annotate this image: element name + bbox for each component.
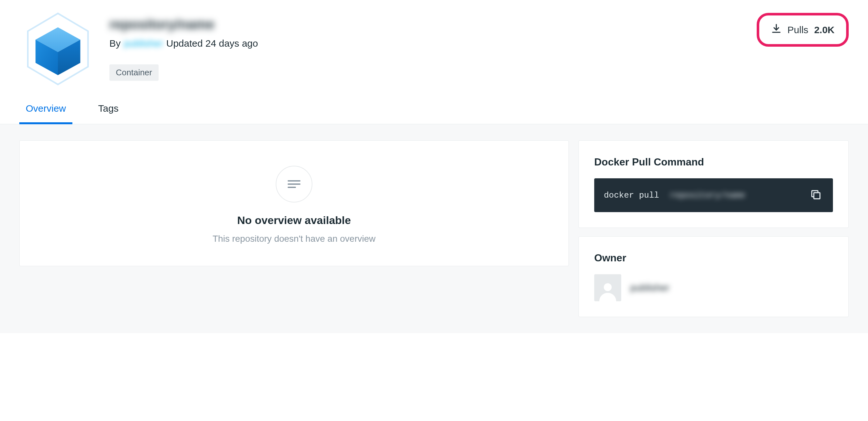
copy-icon — [810, 197, 822, 202]
owner-name-link[interactable]: publisher — [630, 282, 670, 293]
pull-command-card: Docker Pull Command docker pull reposito… — [579, 140, 849, 228]
repo-header: repository/name By publisher Updated 24 … — [0, 0, 868, 94]
copy-button[interactable] — [808, 187, 823, 203]
empty-title: No overview available — [35, 214, 553, 227]
pull-command-arg: repository/name — [670, 190, 745, 200]
body-area: No overview available This repository do… — [0, 124, 868, 333]
pulls-count: 2.0K — [814, 25, 835, 35]
publisher-link[interactable]: publisher — [124, 38, 163, 49]
empty-doc-icon — [276, 166, 312, 203]
pull-command-heading: Docker Pull Command — [594, 156, 833, 168]
owner-card: Owner publisher — [579, 236, 849, 317]
pull-command-prefix: docker pull — [604, 190, 664, 200]
empty-subtitle: This repository doesn't have an overview — [35, 234, 553, 244]
repo-title: repository/name — [110, 17, 849, 32]
updated-text: Updated 24 days ago — [166, 38, 258, 49]
overview-card: No overview available This repository do… — [19, 140, 569, 266]
download-icon — [771, 23, 782, 36]
pull-command-code: docker pull repository/name — [594, 178, 833, 212]
type-chip-container[interactable]: Container — [110, 64, 159, 81]
svg-rect-7 — [814, 193, 820, 199]
tabs: Overview Tags — [0, 94, 868, 124]
tab-overview[interactable]: Overview — [19, 94, 72, 124]
by-prefix: By — [110, 38, 121, 49]
repo-cube-icon — [19, 10, 96, 88]
owner-avatar-icon[interactable] — [594, 274, 621, 301]
svg-point-8 — [604, 283, 612, 291]
tab-tags[interactable]: Tags — [92, 94, 125, 124]
pulls-pill: Pulls 2.0K — [757, 13, 849, 47]
owner-heading: Owner — [594, 252, 833, 264]
repo-byline: By publisher Updated 24 days ago — [110, 38, 849, 49]
pulls-label: Pulls — [787, 25, 808, 35]
tag-row: Container — [110, 64, 849, 81]
